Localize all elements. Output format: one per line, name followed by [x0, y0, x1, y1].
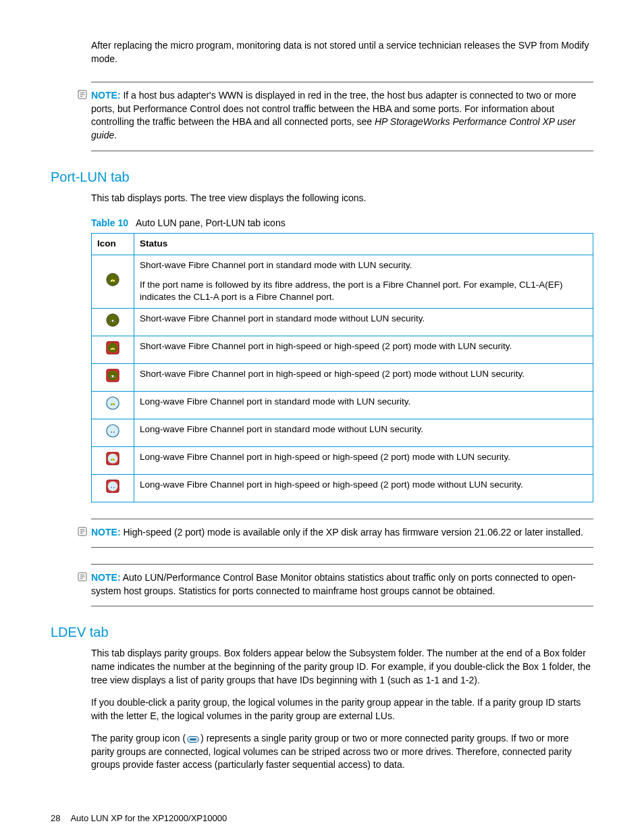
ldev-para3-prefix: The parity group icon ( — [91, 733, 186, 744]
status-text: Short-wave Fibre Channel port in standar… — [134, 309, 593, 336]
svg-point-2 — [111, 280, 112, 282]
note-suffix: . — [114, 130, 117, 140]
ldev-para1: This tab displays parity groups. Box fol… — [91, 647, 593, 687]
table-row: Long-wave Fibre Channel port in high-spe… — [92, 446, 593, 474]
note-label: NOTE: — [91, 90, 121, 101]
note-icon — [76, 526, 88, 537]
table-row: Long-wave Fibre Channel port in standard… — [92, 391, 593, 419]
svg-point-3 — [113, 280, 115, 282]
note-block-1: NOTE: If a host bus adapter's WWN is dis… — [91, 82, 593, 151]
col-icon: Icon — [92, 233, 134, 255]
table-caption-text: Auto LUN pane, Port-LUN tab icons — [136, 217, 286, 228]
sw-hs-nolun-icon — [105, 368, 120, 383]
svg-point-16 — [111, 404, 112, 405]
svg-point-13 — [111, 376, 112, 377]
table-row: Long-wave Fibre Channel port in high-spe… — [92, 474, 593, 502]
note-text: Auto LUN/Performance Control Base Monito… — [91, 572, 576, 596]
svg-point-23 — [111, 459, 112, 461]
table-row: Short-wave Fibre Channel port in standar… — [92, 309, 593, 336]
svg-point-19 — [111, 432, 112, 433]
status-text: Long-wave Fibre Channel port in standard… — [134, 419, 593, 446]
table-caption: Table 10 Auto LUN pane, Port-LUN tab ico… — [91, 217, 593, 230]
port-lun-heading: Port-LUN tab — [51, 167, 593, 186]
port-lun-icon-table: Icon Status Short-wave Fibre Channel por… — [91, 233, 593, 502]
svg-point-27 — [111, 487, 112, 488]
page-number: 28 — [51, 812, 60, 825]
svg-point-6 — [113, 321, 115, 322]
note-block-3: NOTE: Auto LUN/Performance Control Base … — [91, 564, 593, 606]
svg-point-5 — [111, 321, 112, 322]
footer-title: Auto LUN XP for the XP12000/XP10000 — [70, 813, 227, 823]
lw-std-nolun-icon — [105, 423, 120, 438]
svg-point-14 — [113, 376, 115, 377]
svg-point-17 — [113, 404, 115, 405]
table-label: Table 10 — [91, 217, 128, 228]
ldev-para2: If you double-click a parity group, the … — [91, 696, 593, 723]
status-text: Short-wave Fibre Channel port in high-sp… — [134, 336, 593, 364]
sw-hs-lun-icon — [105, 340, 120, 355]
svg-rect-32 — [190, 738, 196, 740]
note-label: NOTE: — [91, 527, 121, 538]
parity-group-icon — [187, 735, 199, 744]
table-row: Long-wave Fibre Channel port in standard… — [92, 419, 593, 446]
svg-point-24 — [113, 459, 115, 461]
ldev-heading: LDEV tab — [51, 623, 593, 642]
lw-hs-lun-icon — [105, 451, 120, 466]
port-lun-intro: This tab displays ports. The tree view d… — [91, 192, 593, 205]
status-text-extra: If the port name is followed by its fibr… — [140, 279, 587, 305]
note-text: High-speed (2 port) mode is available on… — [123, 527, 583, 538]
table-row: Short-wave Fibre Channel port in high-sp… — [92, 364, 593, 392]
sw-std-lun-icon — [105, 272, 120, 287]
status-text: Short-wave Fibre Channel port in standar… — [140, 259, 587, 272]
status-text: Long-wave Fibre Channel port in high-spe… — [134, 446, 593, 474]
page-footer: 28 Auto LUN XP for the XP12000/XP10000 — [51, 812, 593, 825]
intro-paragraph: After replacing the micro program, monit… — [91, 39, 593, 66]
svg-point-20 — [113, 432, 115, 433]
status-text: Long-wave Fibre Channel port in standard… — [134, 391, 593, 419]
lw-std-lun-icon — [105, 396, 120, 411]
svg-point-10 — [113, 348, 115, 350]
ldev-para3: The parity group icon ( ) represents a s… — [91, 732, 593, 772]
note-label: NOTE: — [91, 572, 121, 583]
note-icon — [76, 89, 88, 100]
table-row: Short-wave Fibre Channel port in standar… — [92, 255, 593, 309]
table-row: Short-wave Fibre Channel port in high-sp… — [92, 336, 593, 364]
lw-hs-nolun-icon — [105, 479, 120, 494]
sw-std-nolun-icon — [105, 313, 120, 328]
svg-point-9 — [111, 348, 112, 350]
note-block-2: NOTE: High-speed (2 port) mode is availa… — [91, 519, 593, 548]
status-text: Short-wave Fibre Channel port in high-sp… — [134, 364, 593, 392]
svg-point-28 — [113, 487, 115, 488]
note-icon — [76, 571, 88, 582]
col-status: Status — [134, 233, 593, 255]
status-text: Long-wave Fibre Channel port in high-spe… — [134, 474, 593, 502]
